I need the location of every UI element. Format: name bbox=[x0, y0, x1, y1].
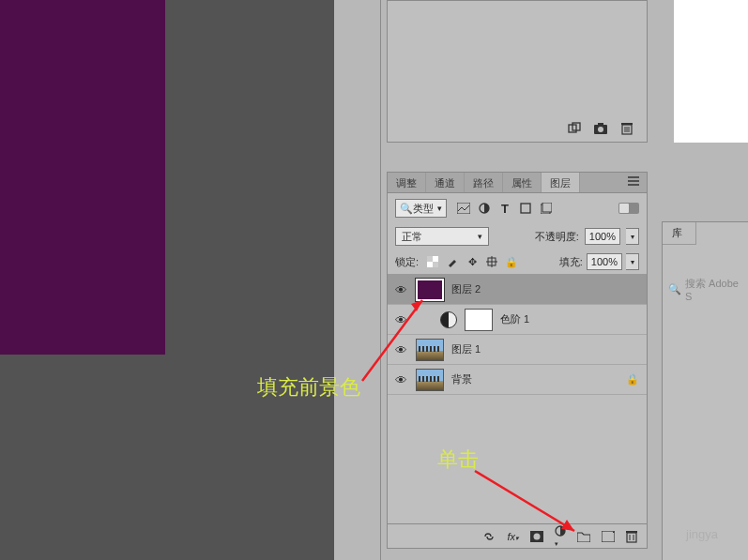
lock-artboard-icon[interactable] bbox=[485, 255, 498, 268]
svg-rect-4 bbox=[598, 123, 603, 126]
visibility-icon[interactable]: 👁 bbox=[395, 343, 408, 356]
fill-label: 填充: bbox=[559, 255, 583, 269]
svg-rect-29 bbox=[627, 533, 636, 542]
watermark: jingya bbox=[686, 527, 718, 541]
panel-menu-icon[interactable] bbox=[620, 173, 647, 192]
group-icon[interactable] bbox=[577, 531, 590, 542]
svg-rect-17 bbox=[542, 203, 552, 212]
blend-mode-value: 正常 bbox=[402, 230, 422, 244]
svg-rect-30 bbox=[626, 531, 637, 533]
search-icon: 🔍 bbox=[668, 283, 681, 295]
svg-rect-18 bbox=[427, 256, 433, 262]
lock-all-icon[interactable]: 🔒 bbox=[505, 255, 518, 268]
opacity-input[interactable]: 100% bbox=[585, 228, 620, 245]
svg-point-3 bbox=[598, 127, 603, 132]
camera-icon[interactable] bbox=[594, 122, 607, 135]
fx-icon[interactable]: fx▾ bbox=[507, 531, 519, 542]
lock-label: 锁定: bbox=[395, 255, 419, 269]
filter-smart-icon[interactable] bbox=[540, 202, 553, 215]
tab-adjustments[interactable]: 调整 bbox=[388, 173, 426, 192]
tab-library[interactable]: 库 bbox=[663, 222, 696, 245]
tab-paths[interactable]: 路径 bbox=[465, 173, 503, 192]
white-area bbox=[674, 0, 748, 143]
layers-panel: 🔍 类型 ▾ T 正常 ▾ 不透明度: 100% ▾ 锁定: ✥ 🔒 bbox=[387, 192, 648, 549]
delete-icon[interactable] bbox=[626, 530, 637, 543]
chevron-down-icon: ▾ bbox=[478, 232, 482, 241]
svg-rect-21 bbox=[427, 262, 433, 267]
layer-item[interactable]: 👁 色阶 1 bbox=[388, 305, 647, 335]
trash-icon[interactable] bbox=[620, 122, 634, 135]
chevron-down-icon: ▾ bbox=[437, 204, 442, 213]
adjustment-layer-icon[interactable]: ▾ bbox=[555, 525, 566, 548]
fill-input[interactable]: 100% bbox=[587, 253, 622, 270]
svg-rect-13 bbox=[457, 203, 470, 214]
layer-filter-type[interactable]: 🔍 类型 ▾ bbox=[395, 199, 447, 218]
layer-thumbnail[interactable] bbox=[416, 279, 444, 301]
layer-name[interactable]: 图层 1 bbox=[451, 342, 481, 356]
layer-name[interactable]: 色阶 1 bbox=[500, 312, 529, 326]
upper-panel bbox=[387, 0, 648, 143]
layer-thumbnail[interactable] bbox=[416, 369, 444, 391]
fill-dropdown[interactable]: ▾ bbox=[626, 253, 639, 270]
svg-rect-20 bbox=[433, 256, 438, 262]
filter-pixel-icon[interactable] bbox=[457, 202, 470, 215]
new-layer-icon[interactable] bbox=[602, 531, 615, 542]
filter-toggle[interactable] bbox=[618, 203, 639, 214]
annotation-text: 单击 bbox=[437, 446, 479, 474]
snap-icon[interactable] bbox=[568, 122, 581, 135]
canvas-area[interactable] bbox=[0, 0, 334, 560]
svg-point-26 bbox=[534, 533, 541, 539]
opacity-label: 不透明度: bbox=[535, 230, 579, 244]
layer-name[interactable]: 图层 2 bbox=[451, 282, 481, 296]
library-panel: 库 🔍 搜索 Adobe S bbox=[662, 221, 748, 560]
filter-adjust-icon[interactable] bbox=[478, 202, 491, 215]
canvas-content bbox=[0, 0, 165, 355]
library-search[interactable]: 🔍 搜索 Adobe S bbox=[663, 273, 748, 306]
visibility-icon[interactable]: 👁 bbox=[395, 313, 408, 326]
tab-layers[interactable]: 图层 bbox=[542, 173, 580, 192]
search-placeholder: 搜索 Adobe S bbox=[685, 277, 742, 302]
mask-icon[interactable] bbox=[530, 531, 543, 542]
layer-item[interactable]: 👁 图层 2 bbox=[388, 275, 647, 305]
blend-mode-select[interactable]: 正常 ▾ bbox=[395, 227, 489, 246]
layer-mask-thumbnail[interactable] bbox=[465, 309, 493, 331]
layer-list: 👁 图层 2 👁 色阶 1 👁 图层 1 👁 背景 🔒 bbox=[388, 274, 647, 395]
filter-shape-icon[interactable] bbox=[519, 202, 532, 215]
lock-position-icon[interactable]: ✥ bbox=[466, 255, 479, 268]
opacity-dropdown[interactable]: ▾ bbox=[626, 228, 639, 245]
layer-name[interactable]: 背景 bbox=[451, 372, 472, 386]
search-icon: 🔍 bbox=[400, 203, 413, 215]
lock-transparent-icon[interactable] bbox=[426, 255, 439, 268]
lock-icon: 🔒 bbox=[626, 373, 639, 386]
tab-channels[interactable]: 通道 bbox=[426, 173, 465, 192]
panel-divider[interactable] bbox=[347, 0, 381, 560]
lock-pixels-icon[interactable] bbox=[446, 255, 459, 268]
svg-rect-19 bbox=[433, 262, 438, 267]
layer-thumbnail[interactable] bbox=[416, 339, 444, 361]
annotation-text: 填充前景色 bbox=[257, 373, 360, 401]
svg-rect-6 bbox=[621, 123, 633, 125]
layer-item[interactable]: 👁 背景 🔒 bbox=[388, 365, 647, 395]
layer-item[interactable]: 👁 图层 1 bbox=[388, 335, 647, 365]
svg-rect-15 bbox=[521, 204, 530, 213]
filter-type-label: 类型 bbox=[413, 202, 434, 216]
link-layers-icon[interactable] bbox=[482, 531, 496, 542]
svg-rect-28 bbox=[602, 531, 615, 542]
tab-properties[interactable]: 属性 bbox=[503, 173, 542, 192]
visibility-icon[interactable]: 👁 bbox=[395, 373, 408, 386]
filter-text-icon[interactable]: T bbox=[498, 202, 511, 215]
visibility-icon[interactable]: 👁 bbox=[395, 283, 408, 296]
adjustment-icon[interactable] bbox=[440, 311, 457, 328]
panel-tabs: 调整 通道 路径 属性 图层 bbox=[387, 172, 648, 192]
